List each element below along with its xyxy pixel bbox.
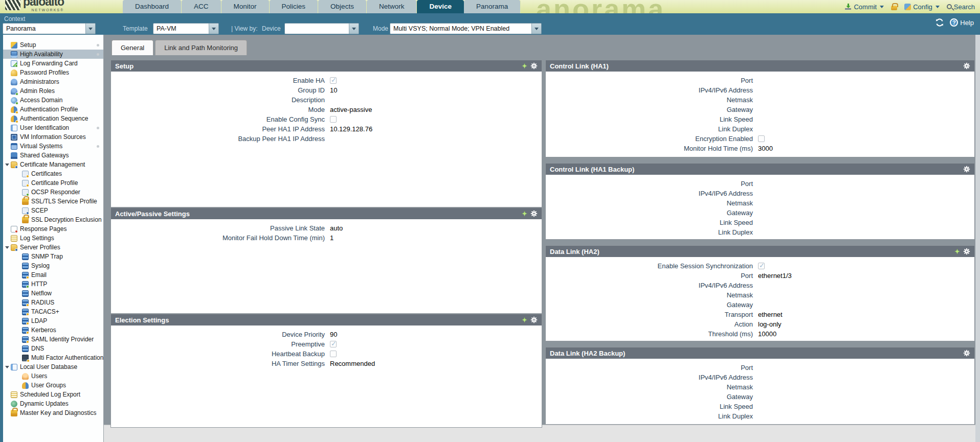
sidebar-item-saml-identity-provider[interactable]: SAML Identity Provider — [3, 335, 103, 344]
sidebar-item-user-identification[interactable]: User Identification — [3, 123, 103, 132]
gear-icon[interactable] — [963, 350, 970, 357]
help-icon: ? — [950, 18, 958, 27]
sidebar-item-email[interactable]: Email — [3, 270, 103, 280]
sidebar-item-log-forwarding-card[interactable]: Log Forwarding Card — [3, 59, 103, 68]
viewby-select[interactable] — [284, 23, 359, 34]
tab-monitor[interactable]: Monitor — [221, 0, 270, 13]
tab-network[interactable]: Network — [367, 0, 417, 13]
tab-policies[interactable]: Policies — [270, 0, 319, 13]
sidebar-item-setup[interactable]: Setup — [3, 40, 103, 50]
sidebar-item-master-key-and-diagnostics[interactable]: Master Key and Diagnostics — [3, 408, 103, 417]
sidebar-item-local-user-database[interactable]: Local User Database — [3, 362, 103, 371]
sidebar-item-ocsp-responder[interactable]: OCSP Responder — [3, 188, 103, 197]
sidebar-item-kerberos[interactable]: Kerberos — [3, 325, 103, 335]
vertical-scrollbar[interactable] — [975, 35, 980, 442]
sidebar-item-admin-roles[interactable]: Admin Roles — [3, 86, 103, 96]
sidebar-item-dynamic-updates[interactable]: Dynamic Updates — [3, 399, 103, 408]
sidebar-item-ssl-tls-service-profile[interactable]: SSL/TLS Service Profile — [3, 197, 103, 206]
lock-button[interactable] — [891, 4, 897, 10]
field-row-link-speed: Link Speed — [546, 218, 974, 227]
sidebar-item-access-domain[interactable]: Access Domain — [3, 96, 103, 105]
sidebar-item-syslog[interactable]: Syslog — [3, 261, 103, 270]
sidebar-item-netflow[interactable]: Netflow — [3, 289, 103, 298]
field-row-netmask: Netmask — [546, 95, 974, 105]
field-row-peer-ha1-ip-address: Peer HA1 IP Address10.129.128.76 — [111, 124, 542, 134]
sidebar-item-shared-gateways[interactable]: Shared Gateways — [3, 151, 103, 160]
sidebar-item-certificates[interactable]: Certificates — [3, 169, 103, 178]
template-sync-icon[interactable] — [522, 211, 527, 217]
sidebar-item-high-availability[interactable]: High Availability — [3, 50, 103, 59]
cert-icon — [22, 171, 29, 177]
tab-acc[interactable]: ACC — [182, 0, 221, 13]
sidebar-item-multi-factor-authentication[interactable]: Multi Factor Authentication — [3, 353, 103, 362]
gear-icon[interactable] — [963, 62, 970, 69]
expander-icon[interactable] — [5, 366, 9, 368]
sidebar-item-user-groups[interactable]: User Groups — [3, 381, 103, 390]
tab-dashboard[interactable]: Dashboard — [123, 0, 182, 13]
sidebar-item-ssl-decryption-exclusion[interactable]: SSL Decryption Exclusion — [3, 215, 103, 224]
gear-icon[interactable] — [963, 166, 970, 173]
tab-panorama[interactable]: Panorama — [464, 0, 521, 13]
template-select-arrow[interactable] — [209, 24, 218, 34]
template-sync-icon[interactable] — [954, 249, 960, 254]
field-value: Recommended — [330, 360, 375, 367]
field-label: Device Priority — [111, 331, 330, 338]
sidebar-item-server-profiles[interactable]: Server Profiles — [3, 243, 103, 252]
gear-icon[interactable] — [963, 248, 970, 255]
content-tab-link-and-path-monitoring[interactable]: Link and Path Monitoring — [155, 40, 247, 55]
sidebar-item-certificate-management[interactable]: Certificate Management — [3, 160, 103, 169]
sidebar-item-log-settings[interactable]: Log Settings — [3, 234, 103, 243]
sidebar-item-tacacs[interactable]: TACACS+ — [3, 307, 103, 316]
template-sync-icon[interactable] — [522, 317, 527, 323]
gear-icon[interactable] — [530, 316, 538, 323]
sidebar-item-certificate-profile[interactable]: Certificate Profile — [3, 178, 103, 188]
panel-title: Data Link (HA2) — [550, 248, 954, 255]
sidebar-item-users[interactable]: Users — [3, 371, 103, 381]
checkbox-preemptive — [330, 341, 337, 347]
sidebar-item-scheduled-log-export[interactable]: Scheduled Log Export — [3, 390, 103, 399]
refresh-icon[interactable] — [936, 18, 944, 27]
sidebar-item-label: Master Key and Diagnostics — [20, 409, 96, 416]
config-icon — [904, 4, 911, 10]
mode-select[interactable]: Multi VSYS; Normal Mode; VPN Enabled — [390, 23, 542, 34]
sidebar-item-label: SAML Identity Provider — [31, 336, 94, 343]
sidebar-item-snmp-trap[interactable]: SNMP Trap — [3, 252, 103, 261]
field-label: Preemptive — [111, 340, 330, 348]
mode-select-arrow[interactable] — [531, 24, 541, 34]
help-button[interactable]: ? Help — [950, 18, 974, 27]
field-row-ipv4-ipv6-address: IPv4/IPv6 Address — [546, 189, 974, 198]
field-row-link-duplex: Link Duplex — [546, 411, 974, 421]
field-row-heartbeat-backup: Heartbeat Backup — [111, 349, 542, 359]
context-select[interactable]: Panorama — [3, 23, 96, 34]
viewby-select-arrow[interactable] — [349, 24, 359, 34]
tab-objects[interactable]: Objects — [318, 0, 367, 13]
sidebar-item-response-pages[interactable]: Response Pages — [3, 224, 103, 234]
sidebar-item-vm-information-sources[interactable]: VM Information Sources — [3, 132, 103, 142]
sidebar-item-authentication-sequence[interactable]: Authentication Sequence — [3, 114, 103, 123]
context-select-arrow[interactable] — [85, 24, 95, 34]
content-tab-general[interactable]: General — [112, 40, 153, 55]
field-value: 3000 — [758, 145, 773, 152]
tab-device[interactable]: Device — [417, 0, 464, 13]
expander-icon[interactable] — [5, 246, 9, 249]
sidebar-item-http[interactable]: HTTP — [3, 280, 103, 289]
doc-icon — [11, 60, 17, 67]
gear-icon[interactable] — [530, 210, 538, 217]
sidebar-item-scep[interactable]: SCEP — [3, 206, 103, 215]
expander-icon[interactable] — [5, 164, 9, 166]
config-button[interactable]: Config — [904, 3, 940, 11]
commit-button[interactable]: Commit — [844, 3, 884, 11]
sidebar-item-label: Kerberos — [31, 327, 56, 334]
sidebar-item-authentication-profile[interactable]: Authentication Profile — [3, 105, 103, 114]
search-button[interactable]: Search — [947, 3, 975, 11]
people-icon — [22, 382, 29, 389]
gear-icon[interactable] — [530, 62, 538, 69]
template-sync-icon[interactable] — [522, 63, 527, 69]
template-select[interactable]: PA-VM — [153, 23, 219, 34]
sidebar-item-password-profiles[interactable]: Password Profiles — [3, 68, 103, 77]
sidebar-item-dns[interactable]: DNS — [3, 344, 103, 353]
sidebar-item-virtual-systems[interactable]: Virtual Systems — [3, 142, 103, 151]
sidebar-item-ldap[interactable]: LDAP — [3, 316, 103, 325]
sidebar-item-administrators[interactable]: Administrators — [3, 77, 103, 86]
sidebar-item-radius[interactable]: RADIUS — [3, 298, 103, 307]
